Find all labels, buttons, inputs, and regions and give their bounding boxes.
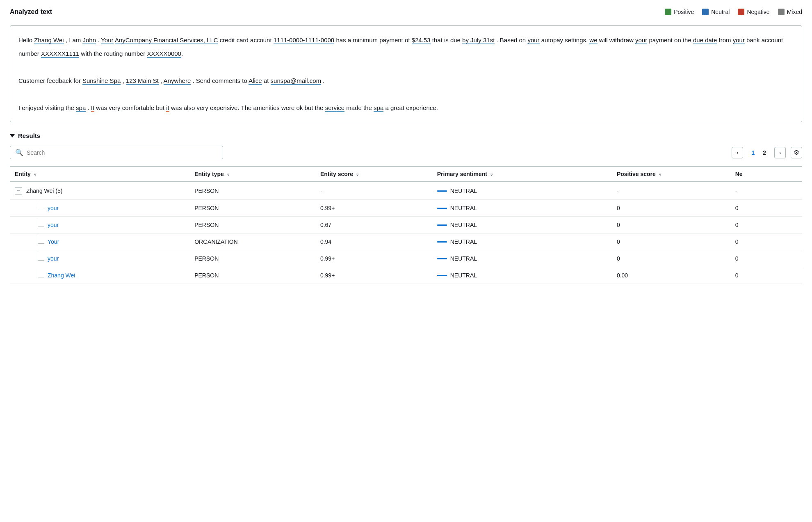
table-row: your PERSON 0.99+ NEUTRAL 0 0 — [10, 200, 802, 217]
entity-your-1: Your — [101, 37, 113, 44]
neg-score-cell-zhang-wei-group: - — [730, 182, 802, 200]
col-header-entity-type: Entity type ▿ — [189, 166, 315, 182]
word-withdraw: will withdraw — [598, 37, 636, 44]
table-settings-button[interactable]: ⚙ — [791, 147, 802, 158]
type-cell-zhang-wei-group: PERSON — [189, 182, 315, 200]
search-icon: 🔍 — [15, 149, 23, 156]
entity-link-your-3[interactable]: Your — [48, 238, 59, 245]
sentiment-line-icon — [437, 258, 447, 259]
legend-mixed-label: Mixed — [787, 9, 802, 15]
word-was2: was also very expensive. The amenities w… — [169, 104, 325, 111]
page-2-button[interactable]: 2 — [760, 149, 769, 157]
entity-your-4: your — [733, 37, 745, 44]
type-cell-your-1: PERSON — [189, 200, 315, 217]
word-at: at — [262, 77, 271, 84]
legend-positive-label: Positive — [674, 9, 694, 15]
entity-zhang-wei-1: Zhang Wei — [34, 37, 64, 44]
neg-score-cell-your-1: 0 — [730, 200, 802, 217]
entity-alice: Alice — [249, 77, 262, 85]
entity-amount: $24.53 — [412, 37, 431, 44]
entity-sort-icon[interactable]: ▿ — [34, 172, 36, 177]
sentiment-value: NEUTRAL — [450, 188, 477, 194]
legend-positive: Positive — [665, 9, 694, 15]
score-cell-your-2: 0.67 — [315, 217, 432, 234]
primary-sentiment-sort-icon[interactable]: ▿ — [490, 172, 493, 177]
entity-email: sunspa@mail.com — [271, 77, 322, 85]
entity-cell-your-4: your — [10, 250, 189, 267]
entity-address: 123 Main St — [126, 77, 159, 85]
entity-it-2: it — [166, 104, 169, 112]
entity-cell-your-3: Your — [10, 234, 189, 250]
legend-neutral: Neutral — [702, 9, 730, 15]
type-cell-zhang-wei-2: PERSON — [189, 267, 315, 284]
positive-score-sort-icon[interactable]: ▿ — [659, 172, 661, 177]
neg-score-cell-your-2: 0 — [730, 217, 802, 234]
collapse-row-button[interactable]: − — [15, 187, 22, 195]
pos-score-cell-your-1: 0 — [612, 200, 730, 217]
entity-link-your-1[interactable]: your — [48, 205, 59, 211]
entity-date: by July 31st — [462, 37, 495, 44]
type-cell-your-2: PERSON — [189, 217, 315, 234]
type-cell-your-4: PERSON — [189, 250, 315, 267]
analyzed-text-box: Hello Zhang Wei , I am John . Your AnyCo… — [10, 25, 802, 122]
entity-john: John — [82, 37, 96, 44]
entity-anywhere: Anywhere — [164, 77, 191, 85]
word-comma2: , — [121, 77, 126, 84]
word-period1: . — [96, 37, 101, 44]
legend-negative-label: Negative — [747, 9, 769, 15]
col-header-primary-sentiment: Primary sentiment ▿ — [432, 166, 612, 182]
controls-row: 🔍 ‹ 1 2 › ⚙ — [10, 146, 802, 159]
word-from: from — [717, 37, 732, 44]
sentiment-cell-your-2: NEUTRAL — [432, 217, 612, 234]
table-row: Zhang Wei PERSON 0.99+ NEUTRAL 0.00 0 — [10, 267, 802, 284]
neutral-color-dot — [702, 9, 709, 15]
col-header-positive-score: Positive score ▿ — [612, 166, 730, 182]
entity-account-num: 1111-0000-1111-0008 — [274, 37, 334, 44]
pos-score-cell-your-3: 0 — [612, 234, 730, 250]
table-header-row: Entity ▿ Entity type ▿ Entity score ▿ Pr… — [10, 166, 802, 182]
collapse-icon — [10, 134, 15, 137]
legend-negative: Negative — [738, 9, 769, 15]
search-input[interactable] — [27, 149, 218, 156]
sentiment-line-icon — [437, 224, 447, 226]
pagination-numbers: 1 2 — [748, 149, 769, 157]
table-row: − Zhang Wei (5) PERSON - NEUTRAL - - — [10, 182, 802, 200]
entity-anycompany: AnyCompany Financial Services, LLC — [115, 37, 218, 44]
entity-link-your-2[interactable]: your — [48, 222, 59, 228]
pos-score-cell-your-4: 0 — [612, 250, 730, 267]
positive-color-dot — [665, 9, 671, 15]
sentiment-cell-your-3: NEUTRAL — [432, 234, 612, 250]
entity-score-sort-icon[interactable]: ▿ — [356, 172, 358, 177]
entity-type-sort-icon[interactable]: ▿ — [227, 172, 229, 177]
score-cell-zhang-wei-group: - — [315, 182, 432, 200]
word-routing: with the routing number — [79, 50, 147, 57]
word-hello: Hello — [18, 37, 34, 44]
search-box[interactable]: 🔍 — [10, 146, 223, 159]
entity-value-zhang-wei-group: Zhang Wei (5) — [26, 188, 62, 194]
page-1-button[interactable]: 1 — [748, 149, 758, 157]
sentiment-legend: Positive Neutral Negative Mixed — [665, 9, 802, 15]
entity-cell-your-2: your — [10, 217, 189, 234]
sentiment-line-icon — [437, 241, 447, 243]
results-label: Results — [18, 132, 40, 139]
sentiment-line-icon — [437, 190, 447, 192]
entity-sunshine-spa: Sunshine Spa — [82, 77, 121, 85]
entity-spa-1: spa — [76, 104, 86, 112]
table-row: your PERSON 0.99+ NEUTRAL 0 0 — [10, 250, 802, 267]
sentiment-line-icon — [437, 275, 447, 276]
sentiment-value: NEUTRAL — [450, 238, 477, 245]
word-send: . Send comments to — [191, 77, 249, 84]
entity-link-zhang-wei-2[interactable]: Zhang Wei — [48, 272, 75, 279]
sentiment-cell-your-4: NEUTRAL — [432, 250, 612, 267]
pagination: ‹ 1 2 › ⚙ — [732, 147, 802, 158]
col-header-entity: Entity ▿ — [10, 166, 189, 182]
results-header[interactable]: Results — [10, 132, 802, 139]
legend-mixed: Mixed — [778, 9, 802, 15]
entity-routing: XXXXX0000 — [147, 50, 181, 58]
table-row: Your ORGANIZATION 0.94 NEUTRAL 0 0 — [10, 234, 802, 250]
next-page-button[interactable]: › — [774, 147, 786, 158]
entity-cell-your-1: your — [10, 200, 189, 217]
prev-page-button[interactable]: ‹ — [732, 147, 743, 158]
word-has: has a minimum payment of — [334, 37, 411, 44]
entity-link-your-4[interactable]: your — [48, 255, 59, 262]
